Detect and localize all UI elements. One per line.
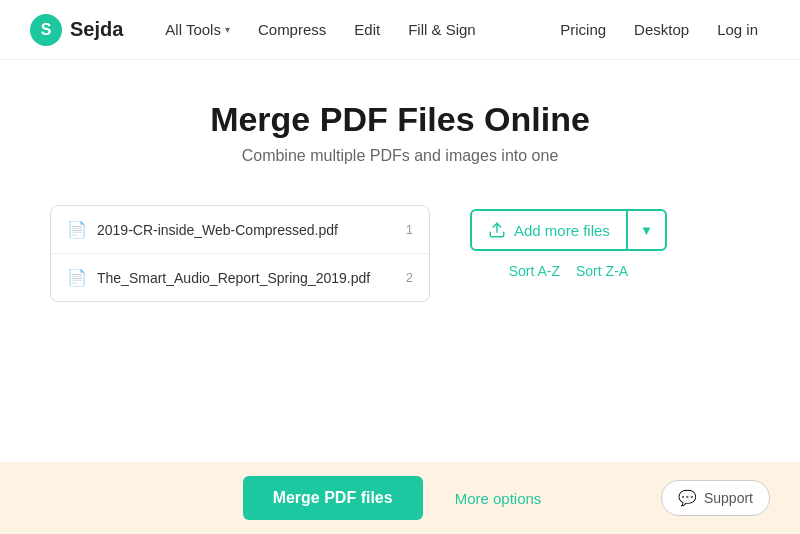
table-row: 📄 2019-CR-inside_Web-Compressed.pdf 1 xyxy=(51,206,429,254)
logo-area: S Sejda xyxy=(30,14,123,46)
nav-compress[interactable]: Compress xyxy=(246,15,338,44)
add-files-button[interactable]: Add more files ▼ xyxy=(470,209,667,251)
file-number: 2 xyxy=(406,270,413,285)
chevron-down-icon: ▼ xyxy=(640,223,653,238)
upload-icon xyxy=(488,221,506,239)
nav-edit[interactable]: Edit xyxy=(342,15,392,44)
file-name: 2019-CR-inside_Web-Compressed.pdf xyxy=(97,222,396,238)
chat-icon: 💬 xyxy=(678,489,697,507)
file-name: The_Smart_Audio_Report_Spring_2019.pdf xyxy=(97,270,396,286)
main-nav: All Tools ▾ Compress Edit Fill & Sign xyxy=(153,15,548,44)
nav-desktop[interactable]: Desktop xyxy=(622,15,701,44)
file-number: 1 xyxy=(406,222,413,237)
add-files-main[interactable]: Add more files xyxy=(472,211,628,249)
add-files-dropdown-toggle[interactable]: ▼ xyxy=(628,213,665,248)
sort-area: Sort A-Z Sort Z-A xyxy=(509,263,628,279)
page-subtitle: Combine multiple PDFs and images into on… xyxy=(242,147,559,165)
merge-button[interactable]: Merge PDF files xyxy=(243,476,423,520)
logo-text: Sejda xyxy=(70,18,123,41)
more-options-button[interactable]: More options xyxy=(439,477,558,520)
logo-icon: S xyxy=(30,14,62,46)
file-area: 📄 2019-CR-inside_Web-Compressed.pdf 1 📄 … xyxy=(50,205,750,302)
support-button[interactable]: 💬 Support xyxy=(661,480,770,516)
header: S Sejda All Tools ▾ Compress Edit Fill &… xyxy=(0,0,800,60)
nav-pricing[interactable]: Pricing xyxy=(548,15,618,44)
nav-all-tools[interactable]: All Tools ▾ xyxy=(153,15,242,44)
main-content: Merge PDF Files Online Combine multiple … xyxy=(0,60,800,462)
file-icon: 📄 xyxy=(67,220,87,239)
nav-login[interactable]: Log in xyxy=(705,15,770,44)
sort-az-button[interactable]: Sort A-Z xyxy=(509,263,560,279)
page-title: Merge PDF Files Online xyxy=(210,100,590,139)
file-actions: Add more files ▼ Sort A-Z Sort Z-A xyxy=(470,205,667,279)
file-icon: 📄 xyxy=(67,268,87,287)
sort-za-button[interactable]: Sort Z-A xyxy=(576,263,628,279)
footer-bar: Merge PDF files More options 💬 Support xyxy=(0,462,800,534)
chevron-down-icon: ▾ xyxy=(225,24,230,35)
right-nav: Pricing Desktop Log in xyxy=(548,15,770,44)
support-label: Support xyxy=(704,490,753,506)
table-row: 📄 The_Smart_Audio_Report_Spring_2019.pdf… xyxy=(51,254,429,301)
file-list: 📄 2019-CR-inside_Web-Compressed.pdf 1 📄 … xyxy=(50,205,430,302)
nav-fill-sign[interactable]: Fill & Sign xyxy=(396,15,488,44)
